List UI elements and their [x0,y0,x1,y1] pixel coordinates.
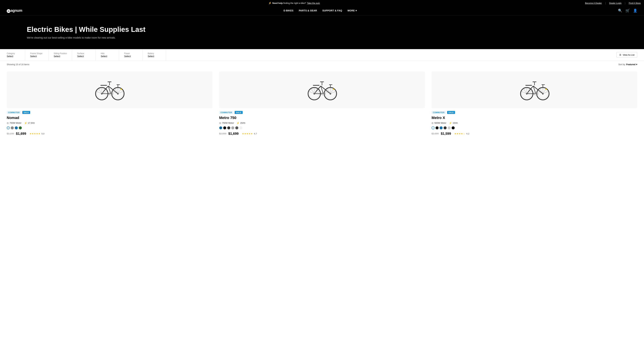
hero-subtitle: We're clearing out our best-selling e-bi… [27,36,128,39]
badge-sale: SALE [234,111,242,114]
svg-rect-25 [100,85,107,86]
logo-icon: m [7,9,10,13]
color-swatches [7,126,212,129]
product-specs: ⊙ 750W Motor ⚡ 20Ah [219,122,425,124]
color-swatch[interactable] [19,126,22,129]
price-current: $1,699 [228,132,238,136]
color-swatch[interactable] [15,126,18,129]
color-swatch[interactable] [219,126,222,129]
product-card-1[interactable]: COMMUTERSALE Metro 750 ⊙ 750W Motor ⚡ 20… [219,71,425,136]
price-original: $2,599 [219,132,226,135]
sort-dropdown[interactable]: Sort by Featured ▾ [618,63,637,66]
motor-spec: ⊙ 750W Motor [219,122,234,124]
filter-power[interactable]: Power Select [124,49,142,61]
color-swatch[interactable] [227,126,230,129]
product-pricing: $2,099 $1,599 ★★★★☆ 4.2 [432,132,637,136]
color-swatches [432,126,637,129]
results-count: Showing 15 of 16 items [7,63,29,66]
filter-bar: Category Select Frame Shape Select Sitti… [0,49,644,61]
filter-bar-right: ☰ View As List [616,52,637,58]
rating-number: 4.2 [466,132,469,135]
product-badges: COMMUTERSALE [432,111,637,114]
svg-point-80 [545,88,547,90]
product-image [219,71,425,108]
filter-frame-shape[interactable]: Frame Shape Select [30,49,49,61]
product-card-0[interactable]: COMMUTERSALE Nomad ⊙ 750W Motor ⚡ 17.5Ah… [7,71,212,136]
price-current: $1,599 [441,132,451,136]
account-icon[interactable]: 👤 [633,8,637,12]
motor-icon: ⊙ [432,122,434,124]
cart-icon[interactable]: 🛒 [626,8,630,12]
main-nav: magnum E-BIKES PARTS & GEAR SUPPORT & FA… [0,6,644,15]
color-swatch[interactable] [436,126,438,129]
quiz-link[interactable]: Take the quiz [307,2,320,4]
svg-line-60 [527,86,533,93]
rating-number: 5.0 [42,132,44,135]
color-swatch[interactable] [7,126,10,129]
filter-battery[interactable]: Battery Select [148,49,166,61]
badge-commuter: COMMUTER [432,111,446,114]
banner-links: Become A Dealer | Dealer Login | Find A … [585,2,641,4]
battery-spec: ⚡ 20Ah [236,122,245,124]
badge-commuter: COMMUTER [219,111,234,114]
nav-parts-gear[interactable]: PARTS & GEAR [299,9,317,12]
svg-rect-52 [313,85,319,86]
motor-spec: ⊙ 500W Motor [432,122,446,124]
badge-sale: SALE [447,111,455,114]
color-swatch[interactable] [231,126,234,129]
svg-line-6 [102,86,108,93]
nav-support[interactable]: SUPPORT & FAQ [322,9,342,12]
stars: ★★★★★ [30,132,40,135]
filter-sitting-position[interactable]: Sitting Position Select [54,49,72,61]
results-bar: Showing 15 of 16 items Sort by Featured … [0,61,644,68]
rating-wrap: ★★★★★ 5.0 [30,132,44,135]
product-badges: COMMUTERSALE [7,111,212,114]
svg-line-33 [314,86,321,93]
color-swatch[interactable] [452,126,455,129]
rating-wrap: ★★★★★ 4.7 [242,132,257,135]
filter-category[interactable]: Category Select [7,49,25,61]
nav-more[interactable]: MORE ▾ [348,9,357,12]
svg-rect-11 [108,81,112,82]
dealer-login-link[interactable]: Dealer Login [609,2,622,4]
list-icon: ☰ [619,54,621,56]
find-store-link[interactable]: Find A Store [629,2,641,4]
motor-icon: ⊙ [7,122,9,124]
svg-point-53 [333,88,334,90]
filter-hills[interactable]: Hills Select [100,49,119,61]
rating-wrap: ★★★★☆ 4.2 [454,132,469,135]
bike-svg-1 [305,78,339,102]
color-swatch[interactable] [235,126,238,129]
color-swatch[interactable] [432,126,434,129]
bike-svg-2 [518,78,551,102]
nav-icons: 🔍 🛒 👤 [618,8,637,12]
battery-icon: ⚡ [236,122,239,124]
battery-icon: ⚡ [449,122,452,124]
chevron-down-icon: ▾ [356,9,357,12]
nav-ebikes[interactable]: E-BIKES [284,9,294,12]
product-card-2[interactable]: COMMUTERSALE Metro X ⊙ 500W Motor ⚡ 15Ah… [432,71,637,136]
product-name: Metro X [432,116,637,120]
color-swatch[interactable] [239,126,242,129]
svg-point-26 [120,88,122,90]
color-swatch[interactable] [11,126,14,129]
need-help-text: Need help finding the right e-bike? [272,2,306,4]
motor-spec: ⊙ 750W Motor [7,122,22,124]
filter-surface[interactable]: Surface Select [77,49,96,61]
search-icon[interactable]: 🔍 [618,8,622,12]
sort-value[interactable]: Featured ▾ [626,63,637,66]
color-swatch[interactable] [444,126,446,129]
battery-icon: ⚡ [24,122,27,124]
color-swatch[interactable] [440,126,442,129]
product-image [7,71,212,108]
hero-title: Electric Bikes | While Supplies Last [27,25,617,33]
color-swatch[interactable] [448,126,451,129]
become-dealer-link[interactable]: Become A Dealer [585,2,602,4]
logo[interactable]: magnum [7,8,22,13]
price-original: $2,199 [7,132,14,135]
stars: ★★★★☆ [454,132,465,135]
bike-svg-0 [93,78,126,102]
view-as-list-button[interactable]: ☰ View As List [616,52,637,58]
rating-number: 4.7 [254,132,257,135]
color-swatch[interactable] [223,126,226,129]
